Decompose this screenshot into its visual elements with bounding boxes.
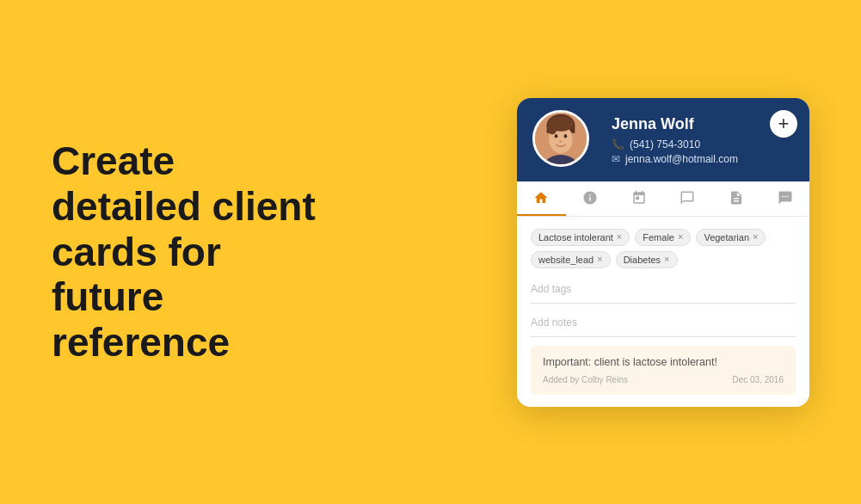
tag-label: website_lead	[538, 255, 593, 265]
client-card-section: Jenna Wolf 📞 (541) 754-3010 ✉ jenna.wolf…	[517, 98, 809, 407]
note-author: Added by Colby Reins	[543, 375, 628, 384]
add-button[interactable]: +	[770, 110, 797, 138]
add-tags-row[interactable]: Add tags	[531, 277, 796, 304]
add-notes-label: Add notes	[531, 317, 577, 329]
email-row: ✉ jenna.wolf@hotmail.com	[612, 153, 792, 165]
note-box: Important: client is lactose intolerant!…	[531, 346, 796, 395]
tab-chat[interactable]	[663, 181, 712, 216]
tag-website-lead: website_lead ×	[531, 251, 611, 268]
note-text: Important: client is lactose intolerant!	[543, 356, 784, 368]
tabs-row	[517, 181, 809, 217]
phone-icon: 📞	[612, 138, 624, 151]
tag-label: Female	[643, 232, 674, 243]
tab-calendar[interactable]	[614, 181, 663, 216]
card-body: Lactose intolerant × Female × Vegetarian…	[517, 217, 809, 407]
headline: Create detailed client cards for future …	[52, 138, 316, 366]
client-phone: (541) 754-3010	[630, 138, 700, 151]
left-section: Create detailed client cards for future …	[52, 138, 316, 366]
tag-label: Diabetes	[624, 255, 661, 265]
add-tags-label: Add tags	[531, 283, 571, 295]
tab-home[interactable]	[517, 181, 566, 216]
svg-point-6	[555, 134, 558, 138]
tag-vegetarian: Vegetarian ×	[696, 229, 766, 246]
tag-lactose: Lactose intolerant ×	[531, 229, 630, 246]
tab-notes[interactable]	[712, 181, 761, 216]
tag-female: Female ×	[635, 229, 691, 246]
client-name: Jenna Wolf	[612, 115, 792, 133]
tag-close-vegetarian[interactable]: ×	[753, 232, 758, 242]
add-notes-row[interactable]: Add notes	[531, 310, 796, 337]
tab-messages[interactable]	[760, 181, 809, 216]
card-header: Jenna Wolf 📞 (541) 754-3010 ✉ jenna.wolf…	[517, 98, 809, 181]
svg-point-8	[559, 140, 563, 143]
tag-label: Lactose intolerant	[538, 232, 613, 243]
tag-label: Vegetarian	[704, 232, 749, 243]
svg-point-7	[564, 134, 568, 138]
note-footer: Added by Colby Reins Dec 03, 2016	[543, 375, 784, 384]
tag-close-female[interactable]: ×	[678, 232, 683, 242]
phone-row: 📞 (541) 754-3010	[612, 138, 792, 151]
client-email: jenna.wolf@hotmail.com	[625, 153, 738, 165]
tag-close-website[interactable]: ×	[597, 255, 602, 264]
tag-diabetes: Diabetes ×	[616, 251, 678, 268]
tag-close-diabetes[interactable]: ×	[664, 255, 669, 264]
tags-area: Lactose intolerant × Female × Vegetarian…	[531, 229, 796, 268]
svg-point-5	[548, 121, 557, 134]
email-icon: ✉	[612, 153, 620, 165]
client-card: Jenna Wolf 📞 (541) 754-3010 ✉ jenna.wolf…	[517, 98, 809, 407]
tab-info[interactable]	[566, 181, 615, 216]
note-date: Dec 03, 2016	[733, 375, 784, 384]
avatar	[532, 110, 589, 167]
tag-close-lactose[interactable]: ×	[617, 232, 622, 242]
